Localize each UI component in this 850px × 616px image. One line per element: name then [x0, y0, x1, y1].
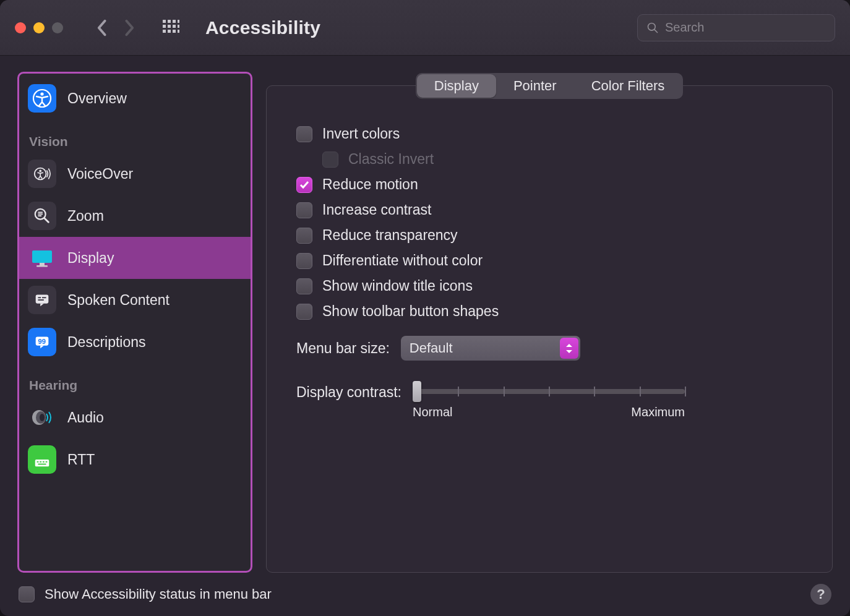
menubar-size-label: Menu bar size: [296, 340, 390, 357]
svg-point-15 [40, 92, 43, 95]
svg-rect-7 [178, 25, 179, 28]
display-contrast-slider[interactable]: Normal Maximum [413, 382, 685, 419]
sidebar-item-overview[interactable]: Overview [19, 77, 251, 119]
sidebar-item-zoom[interactable]: Zoom [19, 195, 251, 237]
sidebar-item-descriptions[interactable]: 99 Descriptions [19, 321, 251, 363]
svg-rect-35 [35, 460, 49, 466]
toolbar-shapes-label: Show toolbar button shapes [322, 303, 499, 320]
classic-invert-label: Classic Invert [348, 151, 434, 168]
svg-rect-27 [38, 297, 41, 298]
display-contrast-row: Display contrast: [296, 382, 810, 419]
sidebar-item-rtt[interactable]: RTT [19, 438, 251, 481]
descriptions-icon: 99 [28, 328, 56, 356]
minimize-window-button[interactable] [33, 22, 45, 33]
tab-pointer[interactable]: Pointer [496, 74, 574, 98]
svg-rect-10 [173, 30, 176, 33]
main-content: Display Pointer Color Filters Invert col… [266, 72, 833, 573]
sidebar-item-label: Spoken Content [67, 292, 170, 309]
svg-rect-37 [40, 461, 41, 463]
window-controls [15, 22, 63, 33]
rtt-icon [28, 445, 56, 474]
invert-colors-label: Invert colors [322, 126, 400, 142]
reduce-motion-row[interactable]: Reduce motion [296, 176, 810, 193]
reduce-transparency-checkbox[interactable] [296, 228, 312, 244]
svg-rect-25 [36, 265, 48, 267]
svg-rect-8 [163, 30, 166, 33]
forward-button [118, 15, 142, 40]
svg-rect-3 [178, 20, 179, 23]
audio-icon [28, 403, 56, 432]
differentiate-checkbox[interactable] [296, 253, 312, 269]
sidebar-item-spoken-content[interactable]: Spoken Content [19, 279, 251, 321]
svg-line-13 [655, 29, 658, 32]
search-input[interactable] [665, 20, 826, 35]
slider-track[interactable] [413, 389, 685, 394]
svg-rect-0 [163, 20, 166, 23]
classic-invert-row: Classic Invert [322, 151, 810, 168]
menubar-size-select[interactable]: Default [401, 336, 580, 361]
slider-max-label: Maximum [631, 405, 685, 419]
voiceover-icon [28, 160, 56, 188]
select-stepper-icon [560, 338, 578, 359]
close-window-button[interactable] [15, 22, 26, 33]
sidebar-item-audio[interactable]: Audio [19, 396, 251, 438]
svg-rect-29 [38, 299, 43, 301]
spoken-content-icon [28, 286, 56, 314]
reduce-motion-label: Reduce motion [322, 176, 418, 193]
svg-rect-4 [163, 25, 166, 28]
footer: Show Accessibility status in menu bar ? [0, 580, 850, 616]
reduce-transparency-row[interactable]: Reduce transparency [296, 227, 810, 244]
show-status-checkbox[interactable] [19, 586, 35, 602]
display-contrast-label: Display contrast: [296, 382, 401, 401]
sidebar-section-hearing: Hearing [19, 363, 251, 396]
svg-rect-6 [173, 25, 176, 28]
increase-contrast-label: Increase contrast [322, 202, 431, 218]
svg-rect-11 [178, 30, 179, 33]
increase-contrast-row[interactable]: Increase contrast [296, 202, 810, 218]
back-button[interactable] [89, 15, 114, 40]
sidebar-item-label: RTT [67, 451, 95, 468]
menubar-size-value: Default [410, 340, 453, 356]
svg-rect-24 [40, 263, 45, 265]
help-button[interactable]: ? [810, 584, 831, 605]
differentiate-label: Differentiate without color [322, 252, 483, 269]
toolbar: Accessibility [0, 0, 850, 56]
differentiate-row[interactable]: Differentiate without color [296, 252, 810, 269]
svg-rect-23 [32, 250, 52, 263]
search-icon [646, 22, 659, 34]
svg-rect-1 [168, 20, 171, 23]
title-icons-row[interactable]: Show window title icons [296, 278, 810, 294]
toolbar-shapes-row[interactable]: Show toolbar button shapes [296, 303, 810, 320]
svg-point-17 [39, 169, 41, 172]
sidebar-item-label: Audio [67, 409, 104, 426]
sidebar[interactable]: Overview Vision VoiceOver Zoom Displa [17, 72, 252, 573]
tab-strip: Display Pointer Color Filters [416, 73, 683, 99]
search-field[interactable] [637, 14, 835, 41]
sidebar-item-label: Overview [67, 90, 127, 107]
sidebar-item-display[interactable]: Display [19, 237, 251, 279]
reduce-motion-checkbox[interactable] [296, 177, 312, 193]
tab-color-filters[interactable]: Color Filters [574, 74, 682, 98]
invert-colors-row[interactable]: Invert colors [296, 126, 810, 142]
sidebar-item-label: Descriptions [67, 334, 146, 351]
invert-colors-checkbox[interactable] [296, 126, 312, 142]
title-icons-checkbox[interactable] [296, 278, 312, 294]
classic-invert-checkbox [322, 152, 338, 168]
svg-rect-40 [38, 464, 46, 465]
slider-thumb[interactable] [413, 381, 421, 402]
menubar-size-row: Menu bar size: Default [296, 336, 810, 361]
svg-rect-5 [168, 25, 171, 28]
toolbar-shapes-checkbox[interactable] [296, 304, 312, 320]
svg-point-34 [40, 414, 45, 421]
accessibility-window: Accessibility Overview Vision VoiceOver [0, 0, 850, 616]
show-all-button[interactable] [157, 15, 184, 40]
page-title: Accessibility [205, 17, 320, 38]
show-status-row[interactable]: Show Accessibility status in menu bar [19, 586, 272, 602]
sidebar-section-vision: Vision [19, 119, 251, 153]
tab-display[interactable]: Display [417, 74, 496, 98]
show-status-label: Show Accessibility status in menu bar [45, 586, 272, 602]
sidebar-item-voiceover[interactable]: VoiceOver [19, 153, 251, 195]
svg-rect-38 [43, 461, 45, 463]
increase-contrast-checkbox[interactable] [296, 202, 312, 218]
sidebar-item-label: VoiceOver [67, 166, 133, 182]
